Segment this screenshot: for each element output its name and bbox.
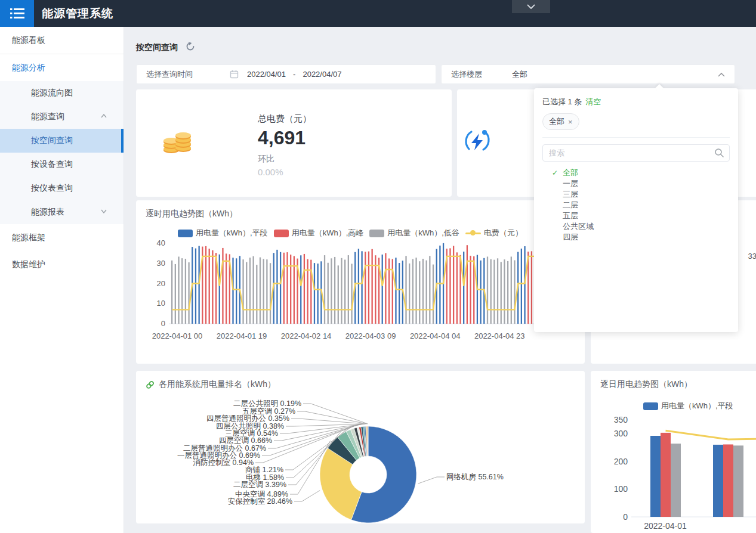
sidebar-item-7[interactable]: 能源报表 [0, 200, 124, 224]
pie-label-消防控制室: 消防控制室 0.94% [193, 458, 254, 467]
sidebar-item-5[interactable]: 按设备查询 [0, 153, 124, 176]
date-start-value[interactable]: 2022/04/01 [247, 70, 286, 79]
dropdown-arrow [655, 84, 664, 92]
refresh-button[interactable] [185, 41, 196, 52]
sidebar-item-label: 能源报表 [31, 207, 64, 218]
floor-option-一层[interactable]: 一层 [542, 178, 730, 189]
date-range-picker[interactable]: 选择查询时间 2022/04/01 - 2022/04/07 [136, 64, 436, 84]
floor-select-value: 全部 [512, 69, 527, 80]
svg-text:2022-04-03 09: 2022-04-03 09 [345, 331, 396, 340]
sidebar-item-label: 能源分析 [12, 63, 45, 73]
sidebar-item-label: 能源查询 [31, 111, 64, 122]
chevron-up-icon [101, 114, 107, 120]
legend-item[interactable]: 用电量（kWh）,高峰 [274, 228, 364, 238]
stat-title: 总电费（元） [258, 113, 311, 125]
sidebar-item-4[interactable]: 按空间查询 [0, 129, 124, 153]
legend-line-marker [465, 233, 481, 234]
floor-option-公共区域[interactable]: 公共区域 [542, 221, 730, 232]
chevron-down-icon [101, 209, 107, 215]
legend-label: 用电量（kWh）,平段 [661, 401, 733, 411]
ranking-pie-card: 各用能系统用电量排名（kWh） 二层公共照明 0.19%五层空调 0.27%四层… [136, 371, 585, 523]
floor-select[interactable]: 选择楼层 全部 [441, 64, 735, 84]
chevron-up-icon [718, 73, 725, 77]
sidebar-item-label: 能源流向图 [31, 88, 73, 98]
ranking-pie-chart: 二层公共照明 0.19%五层空调 0.27%四层普通照明办公 0.35%四层公共… [136, 371, 585, 523]
svg-text:0: 0 [161, 319, 165, 328]
list-menu-icon [10, 7, 25, 20]
floor-search-input[interactable] [542, 144, 730, 162]
sidebar-item-8[interactable]: 能源框架 [0, 224, 124, 251]
pie-label-四层普通照明办公: 四层普通照明办公 0.35% [206, 414, 289, 423]
pie-label-四层空调: 四层空调 0.66% [219, 436, 272, 445]
hourly-chart-title: 逐时用电趋势图（kWh） [146, 209, 237, 219]
floor-option-五层[interactable]: 五层 [542, 210, 730, 221]
floor-option-四层[interactable]: 四层 [542, 232, 730, 243]
floor-option-label: 二层 [563, 200, 578, 210]
pie-label-网络机房: 网络机房 55.61% [446, 473, 504, 481]
sidebar-item-9[interactable]: 数据维护 [0, 251, 124, 278]
legend-item[interactable]: 用电量（kWh）,平段 [178, 228, 268, 238]
header-dropdown-button[interactable] [512, 0, 550, 13]
floor-option-label: 公共区域 [563, 221, 594, 232]
legend-swatch [274, 230, 289, 237]
menu-toggle-button[interactable] [0, 0, 34, 27]
date-end-value[interactable]: 2022/04/07 [303, 70, 341, 79]
legend-swatch [178, 230, 193, 237]
floor-option-label: 四层 [563, 232, 578, 243]
legend-item[interactable]: 用电量（kWh）,低谷 [369, 228, 459, 238]
pie-label-安保控制室: 安保控制室 28.46% [228, 497, 292, 506]
pie-label-商铺: 商铺 1.21% [245, 466, 283, 474]
floor-option-三层[interactable]: 三层 [542, 189, 730, 200]
tag-remove-icon[interactable]: × [568, 117, 573, 126]
floor-options-list: ✓全部一层三层二层五层公共区域四层 [542, 168, 730, 243]
legend-item[interactable]: 用电量（kWh）,平段 [643, 401, 733, 411]
svg-text:200: 200 [614, 457, 628, 466]
svg-text:30: 30 [157, 259, 165, 268]
svg-text:2022-04-01: 2022-04-01 [644, 521, 687, 531]
pie-label-二层公共照明: 二层公共照明 0.19% [233, 399, 301, 408]
floor-option-全部[interactable]: ✓全部 [542, 168, 730, 178]
svg-text:2022-04-01 19: 2022-04-01 19 [217, 331, 267, 340]
floor-option-label: 三层 [563, 189, 578, 200]
svg-text:350: 350 [614, 415, 628, 424]
clear-selection-link[interactable]: 清空 [585, 97, 601, 106]
svg-text:300: 300 [614, 429, 628, 438]
page-title: 按空间查询 [136, 42, 178, 53]
daily-chart: 01002003003502022-04-012022-04-03 [591, 371, 756, 533]
legend-item[interactable]: 电费（元） [465, 228, 523, 238]
svg-text:100: 100 [614, 484, 628, 494]
svg-text:2022-04-04 23: 2022-04-04 23 [474, 331, 525, 340]
link-icon [146, 380, 155, 389]
sidebar-item-label: 按设备查询 [31, 159, 73, 170]
selection-summary: 已选择 1 条清空 [542, 97, 730, 107]
stat-sub-label: 环比 [258, 154, 311, 165]
sidebar-item-label: 能源框架 [12, 233, 45, 243]
sidebar: 能源看板能源分析能源流向图能源查询按空间查询按设备查询按仪表查询能源报表能源框架… [0, 27, 124, 533]
floor-option-二层[interactable]: 二层 [542, 200, 730, 210]
date-separator: - [293, 70, 295, 79]
hourly-chart-legend: 用电量（kWh）,平段用电量（kWh）,高峰用电量（kWh）,低谷电费（元） [178, 228, 523, 238]
daily-trend-card: 逐日用电趋势图（kWh） 用电量（kWh）,平段用电量（kWh）,高峰 0100… [591, 371, 756, 533]
legend-label: 用电量（kWh）,低谷 [387, 228, 459, 238]
stat-sub-value: 0.00% [258, 167, 311, 177]
floor-option-label: 一层 [563, 178, 578, 189]
legend-label: 用电量（kWh）,高峰 [292, 228, 364, 238]
sidebar-item-label: 按空间查询 [31, 135, 73, 146]
sidebar-item-3[interactable]: 能源查询 [0, 105, 124, 129]
sidebar-item-6[interactable]: 按仪表查询 [0, 176, 124, 200]
sidebar-item-0[interactable]: 能源看板 [0, 27, 124, 54]
legend-swatch [643, 402, 658, 410]
daily-chart-legend: 用电量（kWh）,平段用电量（kWh）,高峰 [643, 401, 756, 411]
sidebar-item-1[interactable]: 能源分析 [0, 54, 124, 81]
calendar-icon [230, 70, 239, 79]
pie-chart-title: 各用能系统用电量排名（kWh） [159, 379, 276, 390]
selection-summary-text: 已选择 1 条 [542, 97, 582, 106]
pie-label-二层空调: 二层空调 3.39% [233, 481, 286, 489]
selected-floor-tag[interactable]: 全部 × [542, 113, 579, 130]
svg-text:0: 0 [623, 512, 628, 522]
legend-label: 用电量（kWh）,平段 [196, 228, 268, 238]
sidebar-item-2[interactable]: 能源流向图 [0, 81, 124, 105]
refresh-icon [185, 41, 196, 52]
floor-option-label: 五层 [563, 210, 578, 221]
floor-select-label: 选择楼层 [451, 69, 482, 80]
